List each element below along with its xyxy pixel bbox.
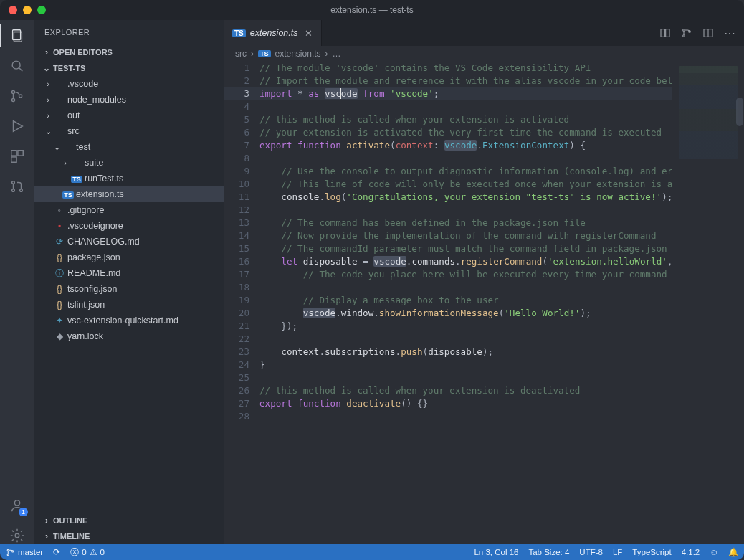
close-icon[interactable]: ✕: [305, 28, 313, 39]
svg-point-23: [7, 549, 9, 551]
account-badge: 1: [19, 508, 28, 516]
language-status[interactable]: TypeScript: [632, 548, 671, 556]
breadcrumb-file[interactable]: extension.ts: [275, 49, 321, 59]
svg-line-3: [19, 68, 23, 72]
svg-point-4: [11, 90, 14, 93]
svg-rect-17: [666, 29, 669, 37]
svg-rect-10: [11, 157, 16, 162]
feedback-icon[interactable]: ☺: [710, 548, 718, 556]
tree-item[interactable]: ›suite: [34, 155, 224, 171]
tree-item[interactable]: ›node_modules: [34, 92, 224, 108]
tree-item[interactable]: ◆yarn.lock: [34, 328, 224, 344]
project-section[interactable]: ⌄TEST-TS: [34, 60, 224, 76]
svg-point-24: [7, 554, 9, 555]
tree-item[interactable]: ›.vscode: [34, 76, 224, 92]
tree-item[interactable]: TSrunTest.ts: [34, 171, 224, 186]
svg-marker-7: [14, 121, 23, 132]
ts-icon: TS: [232, 29, 246, 37]
tree-item[interactable]: ✦vsc-extension-quickstart.md: [34, 313, 224, 328]
svg-rect-9: [18, 151, 23, 156]
ts-icon: TS: [258, 50, 271, 57]
compare-icon[interactable]: [659, 27, 671, 39]
outline-label: OUTLINE: [53, 516, 87, 525]
svg-point-19: [683, 35, 685, 37]
tree-item[interactable]: ◦.gitignore: [34, 202, 224, 218]
svg-point-14: [14, 500, 19, 506]
explorer-icon[interactable]: [9, 27, 26, 44]
project-label: TEST-TS: [53, 64, 85, 72]
svg-point-15: [15, 533, 19, 538]
tree-item[interactable]: {}tsconfig.json: [34, 281, 224, 297]
open-editors-label: OPEN EDITORS: [53, 48, 113, 57]
search-icon[interactable]: [9, 57, 26, 75]
encoding-status[interactable]: UTF-8: [579, 548, 603, 556]
sync-status[interactable]: ⟳: [53, 547, 60, 557]
editor-tabs: TS extension.ts ✕ ⋯: [224, 20, 744, 46]
svg-point-5: [11, 98, 14, 101]
notifications-icon[interactable]: 🔔: [728, 547, 738, 557]
account-icon[interactable]: 1: [9, 497, 26, 514]
extensions-icon[interactable]: [9, 148, 26, 165]
tree-item[interactable]: {}package.json: [34, 250, 224, 265]
file-tree: ›.vscode›node_modules›out⌄src⌄test›suite…: [34, 76, 224, 513]
svg-point-2: [12, 61, 20, 69]
split-editor-icon[interactable]: [702, 27, 714, 39]
cursor-position-status[interactable]: Ln 3, Col 16: [474, 548, 518, 556]
svg-point-13: [20, 189, 23, 192]
source-control-icon[interactable]: [9, 87, 26, 105]
breadcrumb-src[interactable]: src: [235, 49, 247, 59]
breadcrumb-more[interactable]: …: [333, 49, 341, 59]
titlebar: extension.ts — test-ts: [0, 0, 744, 20]
tree-item[interactable]: ⓘREADME.md: [34, 265, 224, 281]
explorer-sidebar: EXPLORER ⋯ ›OPEN EDITORS ⌄TEST-TS ›.vsco…: [34, 20, 224, 544]
window-zoom-button[interactable]: [37, 6, 46, 14]
tree-item[interactable]: TSextension.ts: [34, 186, 224, 202]
timeline-section[interactable]: ›TIMELINE: [34, 528, 224, 544]
status-bar: master ⟳ ⓧ0 ⚠0 Ln 3, Col 16 Tab Size: 4 …: [0, 544, 744, 560]
window-minimize-button[interactable]: [23, 6, 32, 14]
tree-item[interactable]: ⌄test: [34, 139, 224, 155]
tree-item[interactable]: ⌄src: [34, 123, 224, 139]
git-branch-icon[interactable]: [681, 27, 692, 39]
timeline-label: TIMELINE: [53, 532, 90, 541]
svg-rect-8: [11, 151, 16, 156]
explorer-more-icon[interactable]: ⋯: [206, 28, 214, 37]
tab-extension-ts[interactable]: TS extension.ts ✕: [224, 20, 322, 46]
ts-version-status[interactable]: 4.1.2: [682, 548, 700, 556]
svg-point-18: [683, 29, 685, 32]
run-debug-icon[interactable]: [9, 118, 26, 135]
activity-bar: 1: [0, 20, 34, 544]
tree-item[interactable]: ›out: [34, 108, 224, 123]
tab-label: extension.ts: [250, 28, 298, 38]
indent-status[interactable]: Tab Size: 4: [528, 548, 569, 556]
svg-point-6: [19, 95, 22, 98]
scrollbar[interactable]: [735, 62, 744, 544]
window-close-button[interactable]: [9, 6, 17, 14]
eol-status[interactable]: LF: [613, 548, 622, 556]
code-editor[interactable]: 1// The module 'vscode' contains the VS …: [224, 62, 672, 544]
svg-rect-16: [661, 29, 664, 37]
problems-status[interactable]: ⓧ0 ⚠0: [70, 547, 105, 558]
breadcrumb[interactable]: src › TS extension.ts › …: [224, 46, 744, 62]
pull-requests-icon[interactable]: [9, 178, 26, 195]
svg-point-11: [12, 181, 15, 184]
git-branch-status[interactable]: master: [6, 548, 43, 557]
svg-point-12: [12, 189, 15, 192]
tree-item[interactable]: ⟳CHANGELOG.md: [34, 234, 224, 250]
tree-item[interactable]: {}tslint.json: [34, 297, 224, 313]
outline-section[interactable]: ›OUTLINE: [34, 513, 224, 528]
minimap[interactable]: [672, 62, 744, 544]
gear-icon[interactable]: [9, 527, 26, 544]
tree-item[interactable]: ▪.vscodeignore: [34, 218, 224, 234]
explorer-title: EXPLORER: [44, 28, 90, 37]
open-editors-section[interactable]: ›OPEN EDITORS: [34, 44, 224, 60]
editor-more-icon[interactable]: ⋯: [724, 27, 735, 40]
window-title: extension.ts — test-ts: [0, 5, 744, 15]
